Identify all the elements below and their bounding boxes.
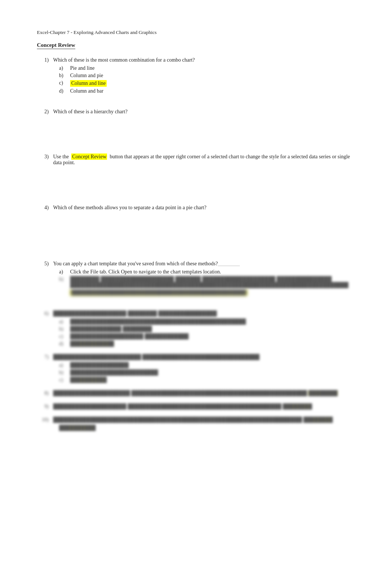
q5a-text: Click the File tab. Click Open to naviga… [70,269,221,275]
q9-text: ████████████████████ ███████████████████… [53,404,355,410]
q1a-label: a) [59,65,66,71]
doc-title: Excel-Chapter 7 - Exploring Advanced Cha… [37,30,355,35]
q5b-highlight-text: ████████████████████████████████████████… [70,289,247,296]
q6-a1-label: a) [59,319,66,325]
q5b-label: b) [59,276,66,288]
q7-a2: b) ████████████████████████ [59,370,355,376]
q1-answer-b: b) Column and pie [59,73,355,79]
q5-answer-b-blurred: b) ████████ ████████████████████ ███████… [59,276,355,288]
q10-text: ████████████████████████████████████████… [53,417,355,423]
q6-a2-label: b) [59,326,66,332]
q2-number: 2) [37,109,49,115]
q6-a2: b) ██████████████ ████████ [59,326,355,332]
q10-extra: ██████████ [59,425,96,431]
q7-a3-highlight: ██████████ [70,377,107,383]
question-3: 3) Use the Concept Review button that ap… [37,154,355,190]
q1-answers: a) Pie and line b) Column and pie c) Col… [59,65,355,94]
q4-text: Which of these methods allows you to sep… [53,205,355,211]
q1c-text: Column and line [70,80,107,87]
q6-text: ████████████████████ ████████ ██████████… [53,311,355,317]
question-1: 1) Which of these is the most common com… [37,57,355,94]
q1d-text: Column and bar [70,88,103,94]
q7-a3: c) ██████████ [59,377,355,383]
q8-text: █████████████████████ ██████████████████… [53,390,355,396]
q1-text: Which of these is the most common combin… [53,57,355,63]
q5b-highlighted-blurred: ████████████████████████████████████████… [70,289,355,296]
question-6-blurred: 6) ████████████████████ ████████ ███████… [37,311,355,347]
blurred-questions: 6) ████████████████████ ████████ ███████… [37,311,355,431]
q7-a2-label: b) [59,370,66,376]
q5a-label: a) [59,269,66,275]
document-container: Excel-Chapter 7 - Exploring Advanced Cha… [37,30,355,431]
chart-styles-highlight: Concept Review [71,154,107,160]
q6-a1-text: ████████████████████████████████████████… [70,319,246,325]
q1-answer-c: c) Column and line [59,80,355,87]
q8-num: 8) [37,390,49,396]
section-title: Concept Review [37,42,75,49]
q7-a2-text: ████████████████████████ [70,370,158,376]
q6-a2-text: ██████████████ ████████ [70,326,152,332]
q6-a3: c) ████████████████████ ████████████ [59,334,355,339]
q5b-text: ████████ ████████████████████ ███████ ██… [70,276,355,288]
q7-a3-label: c) [59,377,66,383]
question-9-blurred: 9) ████████████████████ ████████████████… [37,404,355,410]
question-7-blurred: 7) ████████████████████████ ████████████… [37,354,355,383]
question-10-blurred: 10) ████████████████████████████████████… [37,417,355,431]
q5-number: 5) [37,261,49,267]
q7-text: ████████████████████████ ███████████████… [53,354,355,360]
q1b-label: b) [59,73,66,79]
q6-a4-label: d) [59,341,66,347]
q1a-text: Pie and line [70,65,94,71]
q3-number: 3) [37,154,49,166]
question-2: 2) Which of these is a hierarchy chart? [37,109,355,139]
question-4: 4) Which of these methods allows you to … [37,205,355,246]
q6-a4-highlight: ████████████ [70,341,114,347]
q1-number: 1) [37,57,49,63]
q1b-text: Column and pie [70,73,103,79]
q7-a1: a) ████████████████ [59,362,355,368]
q5-text: You can apply a chart template that you'… [53,261,355,267]
q6-a3-label: c) [59,334,66,339]
q7-a1-text: ████████████████ [70,362,129,368]
q2-text: Which of these is a hierarchy chart? [53,109,355,115]
q1-answer-d: d) Column and bar [59,88,355,94]
q7-a1-label: a) [59,362,66,368]
q6-a4: d) ████████████ [59,341,355,347]
q6-a3-text: ████████████████████ ████████████ [70,334,189,339]
q9-num: 9) [37,404,49,410]
q6-num: 6) [37,311,49,317]
q6-a1: a) █████████████████████████████████████… [59,319,355,325]
q1-answer-a: a) Pie and line [59,65,355,71]
q3-text: Use the Concept Review button that appea… [53,154,355,166]
q10-num: 10) [37,417,49,423]
q4-number: 4) [37,205,49,211]
q1d-label: d) [59,88,66,94]
question-5: 5) You can apply a chart template that y… [37,261,355,296]
q5-answer-a: a) Click the File tab. Click Open to nav… [59,269,355,275]
q1c-label: c) [59,80,66,87]
q7-num: 7) [37,354,49,360]
question-8-blurred: 8) █████████████████████ ███████████████… [37,390,355,396]
